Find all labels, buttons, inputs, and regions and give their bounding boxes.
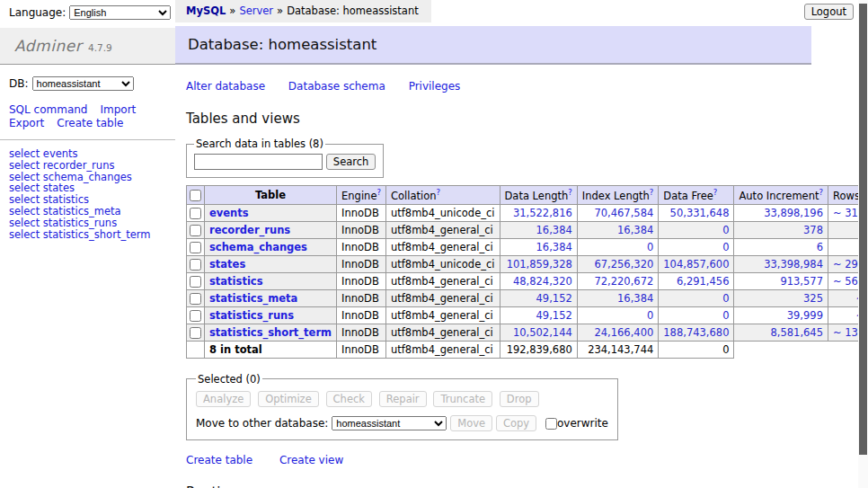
table-link[interactable]: statistics <box>209 275 263 288</box>
row-checkbox[interactable] <box>190 276 201 288</box>
move-button[interactable]: Move <box>450 415 492 431</box>
breadcrumb: MySQL»Server»Database: homeassistant <box>175 0 431 22</box>
search-button[interactable]: Search <box>326 154 376 170</box>
engine-cell: InnoDB <box>337 306 386 324</box>
breadcrumb-separator: » <box>277 4 283 17</box>
scrollbar-thumb[interactable] <box>859 4 867 455</box>
optimize-button[interactable]: Optimize <box>258 391 319 407</box>
vertical-scrollbar[interactable] <box>858 0 868 488</box>
collation-cell: utf8mb4_unicode_ci <box>385 204 500 221</box>
help-icon[interactable]: ? <box>376 188 381 197</box>
index-length-cell: 70,467,584 <box>577 204 659 221</box>
totals-empty-cell <box>187 341 205 358</box>
move-label: Move to other database: <box>196 417 328 430</box>
index-length-cell: 16,384 <box>577 289 659 306</box>
breadcrumb-mysql-link[interactable]: MySQL <box>186 4 226 17</box>
table-body: eventsInnoDButf8mb4_unicode_ci31,522,816… <box>187 204 868 341</box>
database-schema-link[interactable]: Database schema <box>288 80 385 93</box>
table-name-cell: recorder_runs <box>205 221 337 238</box>
row-checkbox[interactable] <box>190 310 201 322</box>
data-free-cell: 188,743,680 <box>659 324 734 341</box>
auto-increment-cell: 33,898,196 <box>734 204 828 221</box>
row-checkbox[interactable] <box>190 259 201 271</box>
breadcrumb-server-link[interactable]: Server <box>239 4 273 17</box>
row-checkbox[interactable] <box>190 242 201 253</box>
table-row: statistics_short_termInnoDButf8mb4_gener… <box>187 324 868 341</box>
sidebar-item-select-statistics-short-term[interactable]: select statistics_short_term <box>9 229 175 241</box>
index-length-cell: 0 <box>577 306 659 324</box>
table-link[interactable]: statistics_meta <box>209 292 297 305</box>
help-icon[interactable]: ? <box>819 188 823 197</box>
column-header-auto-increment: Auto Increment? <box>734 186 828 205</box>
row-checkbox[interactable] <box>190 327 201 339</box>
search-input[interactable] <box>194 154 323 170</box>
help-icon[interactable]: ? <box>713 188 718 197</box>
totals-row: 8 in total InnoDB utf8mb4_general_ci 192… <box>187 341 868 358</box>
table-link[interactable]: states <box>209 258 245 271</box>
column-header-collation: Collation? <box>385 186 500 205</box>
repair-button[interactable]: Repair <box>379 391 427 407</box>
table-link[interactable]: schema_changes <box>209 241 307 253</box>
sidebar-item-select-recorder-runs[interactable]: select recorder_runs <box>9 160 175 172</box>
table-name-cell: states <box>205 255 337 272</box>
logout-button[interactable]: Logout <box>804 4 854 20</box>
export-link[interactable]: Export <box>9 117 44 129</box>
help-icon[interactable]: ? <box>650 188 654 197</box>
row-select-cell <box>187 324 205 341</box>
data-length-cell: 10,502,144 <box>500 324 577 341</box>
engine-cell: InnoDB <box>337 238 386 255</box>
check-button[interactable]: Check <box>326 391 372 407</box>
auto-increment-cell: 33,398,984 <box>734 255 828 272</box>
table-name-cell: events <box>205 204 337 221</box>
row-checkbox[interactable] <box>190 225 201 236</box>
table-header: Table Engine? Collation? Data Length? In… <box>187 186 868 205</box>
language-select[interactable]: English <box>69 5 171 20</box>
sidebar-item-select-events[interactable]: select events <box>9 148 175 160</box>
create-table-link-main[interactable]: Create table <box>186 454 252 466</box>
sidebar-tables-list: select events select recorder_runs selec… <box>0 140 175 240</box>
create-view-link[interactable]: Create view <box>279 454 343 466</box>
table-row: eventsInnoDButf8mb4_unicode_ci31,522,816… <box>187 204 868 221</box>
sidebar-item-select-statistics-meta[interactable]: select statistics_meta <box>9 206 175 217</box>
sql-command-link[interactable]: SQL command <box>9 103 87 116</box>
select-all-cell <box>187 186 205 205</box>
copy-button[interactable]: Copy <box>496 415 536 431</box>
totals-collation: utf8mb4_general_ci <box>385 341 500 358</box>
move-database-select[interactable]: homeassistant <box>332 416 447 430</box>
help-icon[interactable]: ? <box>568 188 572 197</box>
select-all-checkbox[interactable] <box>190 190 201 201</box>
drop-button[interactable]: Drop <box>500 391 539 407</box>
overwrite-checkbox[interactable] <box>545 418 557 430</box>
privileges-link[interactable]: Privileges <box>409 80 461 93</box>
sidebar-item-select-statistics-runs[interactable]: select statistics_runs <box>9 217 175 229</box>
row-checkbox[interactable] <box>190 208 201 219</box>
table-link[interactable]: statistics_short_term <box>209 326 332 339</box>
table-name-cell: statistics_runs <box>205 306 337 324</box>
row-select-cell <box>187 221 205 238</box>
truncate-button[interactable]: Truncate <box>433 391 492 407</box>
table-name-cell: statistics_short_term <box>205 324 337 341</box>
tables-and-views-heading: Tables and views <box>186 111 858 127</box>
create-table-link[interactable]: Create table <box>57 117 123 129</box>
move-row: Move to other database:homeassistantMove… <box>196 415 608 431</box>
data-length-cell: 16,384 <box>500 221 577 238</box>
adminer-logo: Adminer 4.7.9 <box>0 28 175 65</box>
routines-heading: Routines <box>186 484 858 488</box>
data-free-cell: 50,331,648 <box>659 204 734 221</box>
help-icon[interactable]: ? <box>437 188 441 197</box>
db-select[interactable]: homeassistant <box>32 76 134 91</box>
data-free-cell: 0 <box>659 221 734 238</box>
table-link[interactable]: recorder_runs <box>209 224 290 236</box>
collation-cell: utf8mb4_general_ci <box>385 324 500 341</box>
engine-cell: InnoDB <box>337 289 386 306</box>
table-row: recorder_runsInnoDButf8mb4_general_ci16,… <box>187 221 868 238</box>
table-link[interactable]: statistics_runs <box>209 309 294 322</box>
alter-database-link[interactable]: Alter database <box>186 80 265 93</box>
import-link[interactable]: Import <box>100 103 136 116</box>
row-checkbox[interactable] <box>190 293 201 305</box>
column-header-table: Table <box>205 186 337 205</box>
analyze-button[interactable]: Analyze <box>196 391 251 407</box>
table-link[interactable]: events <box>209 207 249 219</box>
create-links: Create table Create view <box>186 454 858 466</box>
engine-cell: InnoDB <box>337 255 386 272</box>
